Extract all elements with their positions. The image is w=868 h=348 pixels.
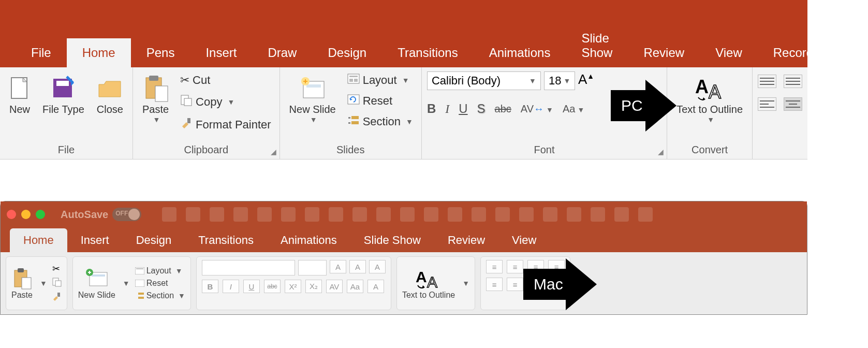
mac-align-left-button[interactable]: ≡ [486,278,503,291]
mac-italic-button[interactable]: I [223,280,239,293]
bullets-button[interactable] [758,75,776,88]
tab-design[interactable]: Design [312,38,382,67]
new-button[interactable]: New [5,71,34,118]
close-button[interactable]: Close [93,71,127,118]
qa-button[interactable] [329,207,343,222]
mac-tab-review[interactable]: Review [434,228,498,252]
qa-button[interactable] [233,207,248,222]
mac-underline-button[interactable]: U [243,280,260,293]
mac-tab-animations[interactable]: Animations [267,228,350,252]
tab-view[interactable]: View [700,38,758,67]
tab-insert[interactable]: Insert [190,38,252,67]
mac-reset-button[interactable]: Reset [135,279,185,288]
dialog-launcher-icon[interactable]: ◢ [271,148,276,156]
zoom-window-button[interactable] [36,210,45,219]
mac-new-slide-button[interactable]: New Slide [78,267,115,300]
tab-animations[interactable]: Animations [474,38,566,67]
numbering-button[interactable] [784,75,802,88]
underline-button[interactable]: U [459,102,467,116]
chevron-down-icon[interactable]: ▼ [462,279,469,287]
new-slide-button[interactable]: New Slide ▼ [285,71,340,126]
copy-button[interactable]: Copy ▼ [177,92,274,112]
chevron-down-icon[interactable]: ▼ [40,279,47,287]
grow-font-button[interactable]: A▲ [578,71,594,90]
tab-pens[interactable]: Pens [131,38,190,67]
mac-bullets-button[interactable]: ≡ [486,260,503,273]
qa-button[interactable] [472,207,486,222]
filetype-button[interactable]: File Type [38,71,89,118]
mac-font-color-button[interactable]: A [367,280,384,293]
char-spacing-button[interactable]: AV↔▼ [521,103,553,115]
layout-button[interactable]: Layout ▼ [344,71,416,89]
strikethrough-button[interactable]: abc [495,103,511,115]
mac-strike-button[interactable]: abc [264,280,281,293]
mac-numbering-button[interactable]: ≡ [507,260,523,273]
qa-button[interactable] [543,207,557,222]
tab-home[interactable]: Home [67,38,131,67]
mac-tab-design[interactable]: Design [123,228,185,252]
tab-transitions[interactable]: Transitions [382,38,473,67]
mac-text-to-outline-button[interactable]: AA Text to Outline [402,267,455,300]
shadow-button[interactable]: S [477,102,486,116]
mac-grow-font-button[interactable]: A [330,260,346,273]
qa-button[interactable] [424,207,438,222]
qa-button[interactable] [495,207,510,222]
autosave-toggle[interactable]: AutoSave OFF [61,208,141,221]
font-size-dropdown[interactable]: 18 ▼ [544,71,575,90]
qa-button[interactable] [352,207,367,222]
tab-review[interactable]: Review [628,38,700,67]
mac-paste-button[interactable]: Paste [11,267,33,300]
qa-button[interactable] [162,207,176,222]
section-button[interactable]: Section ▼ [344,113,416,130]
mac-font-name-dropdown[interactable] [202,260,295,276]
qa-button[interactable] [591,207,605,222]
qa-button[interactable] [281,207,296,222]
mac-tab-insert[interactable]: Insert [67,228,123,252]
align-left-button[interactable] [758,97,776,111]
mac-spacing-button[interactable]: AV [326,280,343,293]
change-case-button[interactable]: Aa▼ [563,103,584,115]
qa-button[interactable] [567,207,581,222]
qa-button[interactable] [210,207,224,222]
qa-button[interactable] [614,207,629,222]
cut-button[interactable]: ✂ Cut [177,71,274,89]
qa-button[interactable] [186,207,200,222]
mac-subscript-button[interactable]: X₂ [305,280,322,293]
mac-bold-button[interactable]: B [202,280,218,293]
tab-draw[interactable]: Draw [252,38,312,67]
brush-icon[interactable] [52,292,62,303]
mac-align-center-button[interactable]: ≡ [507,278,523,291]
tab-recording[interactable]: Recording [758,38,845,67]
mac-shrink-font-button[interactable]: A [349,260,366,273]
qa-button[interactable] [376,207,391,222]
minimize-window-button[interactable] [21,210,31,219]
font-name-dropdown[interactable]: Calibri (Body) ▼ [427,71,541,90]
format-painter-button[interactable]: Format Painter [177,115,274,135]
tab-slideshow[interactable]: Slide Show [566,24,628,67]
chevron-down-icon[interactable]: ▼ [123,279,130,287]
qa-button[interactable] [305,207,319,222]
mac-tab-transitions[interactable]: Transitions [185,228,267,252]
italic-button[interactable]: I [445,102,449,116]
text-to-outline-button[interactable]: AA Text to Outline ▼ [672,71,747,126]
mac-tab-slideshow[interactable]: Slide Show [350,228,434,252]
mac-layout-button[interactable]: Layout▼ [135,266,185,276]
mac-section-button[interactable]: Section▼ [135,291,185,300]
mac-tab-home[interactable]: Home [10,228,67,252]
mac-tab-view[interactable]: View [498,228,550,252]
mac-superscript-button[interactable]: X² [285,280,301,293]
mac-font-size-dropdown[interactable] [298,260,327,276]
qa-button[interactable] [400,207,415,222]
qa-button[interactable] [638,207,653,222]
mac-case-button[interactable]: Aa [347,280,363,293]
bold-button[interactable]: B [427,102,436,116]
tab-file[interactable]: File [16,38,67,67]
close-window-button[interactable] [7,210,16,219]
dialog-launcher-icon[interactable]: ◢ [658,148,664,156]
reset-button[interactable]: Reset [344,92,416,110]
qa-button[interactable] [448,207,462,222]
mac-clear-format-button[interactable]: A [369,260,386,273]
qa-button[interactable] [519,207,534,222]
align-center-button[interactable] [784,97,802,111]
scissors-icon[interactable]: ✂ [52,263,62,274]
